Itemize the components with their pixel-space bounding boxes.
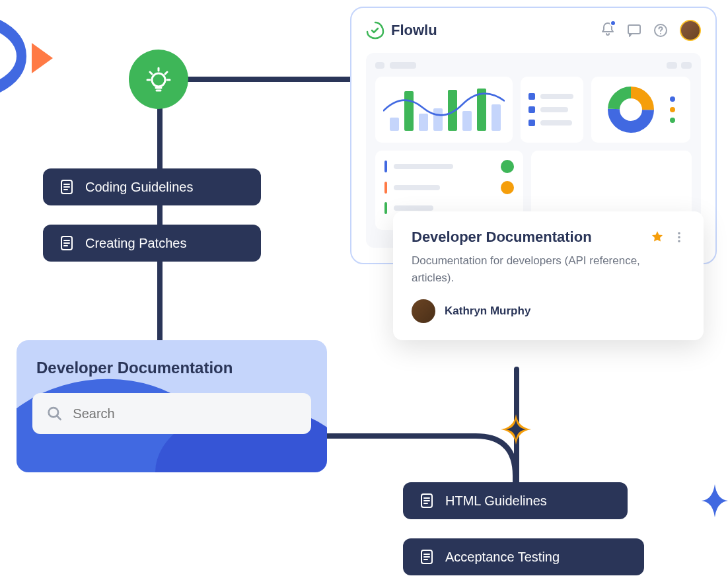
topic-chip-coding-guidelines[interactable]: Coding Guidelines [43, 168, 261, 205]
svg-rect-11 [433, 108, 443, 131]
user-avatar[interactable] [680, 20, 701, 41]
header-actions [601, 20, 701, 41]
document-icon [419, 549, 435, 565]
svg-rect-6 [628, 25, 640, 34]
notification-dot-icon [610, 20, 616, 26]
help-icon[interactable] [653, 23, 668, 38]
notifications-button[interactable] [601, 22, 615, 39]
svg-rect-13 [462, 111, 472, 131]
topic-chip-html-guidelines[interactable]: HTML Guidelines [403, 482, 628, 519]
chip-label: HTML Guidelines [445, 493, 547, 509]
chip-label: Creating Patches [85, 236, 186, 251]
chip-label: Acceptance Testing [445, 550, 560, 565]
author-avatar[interactable] [412, 299, 435, 323]
star-icon[interactable] [651, 231, 664, 244]
connector-line [157, 79, 163, 344]
doc-card-description: Documentation for developers (API refere… [412, 252, 685, 286]
idea-bubble [129, 50, 188, 109]
chip-label: Coding Guidelines [85, 180, 193, 195]
decorative-arrow-icon [0, 20, 59, 92]
svg-point-21 [678, 240, 680, 242]
svg-rect-9 [404, 91, 414, 131]
svg-rect-15 [491, 104, 501, 131]
svg-point-20 [678, 236, 680, 238]
doc-card-title: Developer Documentation [412, 229, 592, 246]
brand-name: Flowlu [391, 22, 437, 39]
svg-point-19 [678, 232, 680, 235]
search-panel-title: Developer Documentation [17, 340, 327, 377]
brand: Flowlu [366, 21, 437, 40]
svg-rect-10 [419, 114, 428, 131]
brand-logo-icon [366, 21, 384, 40]
author-name: Kathryn Murphy [445, 305, 530, 318]
document-icon [59, 235, 75, 251]
svg-point-0 [152, 73, 165, 87]
search-box[interactable] [32, 393, 311, 434]
connector-line [185, 77, 357, 82]
chat-icon[interactable] [627, 23, 641, 38]
document-icon [419, 493, 435, 509]
lightbulb-icon [143, 64, 174, 94]
sparkle-icon [695, 481, 728, 521]
search-icon [47, 405, 62, 422]
widget-donut[interactable] [591, 77, 690, 143]
svg-rect-8 [390, 118, 399, 131]
topic-chip-acceptance-testing[interactable]: Acceptance Testing [403, 538, 644, 575]
doc-author: Kathryn Murphy [412, 299, 685, 323]
window-header: Flowlu [366, 20, 701, 41]
more-icon[interactable] [673, 231, 685, 243]
sparkle-icon [499, 413, 532, 446]
topic-chip-creating-patches[interactable]: Creating Patches [43, 225, 261, 262]
document-icon [59, 179, 75, 195]
search-panel: Developer Documentation [17, 340, 327, 472]
doc-card[interactable]: Developer Documentation Documentation fo… [393, 211, 704, 340]
widget-list[interactable] [521, 77, 583, 143]
widget-chart[interactable] [375, 77, 513, 143]
search-input[interactable] [73, 406, 297, 421]
